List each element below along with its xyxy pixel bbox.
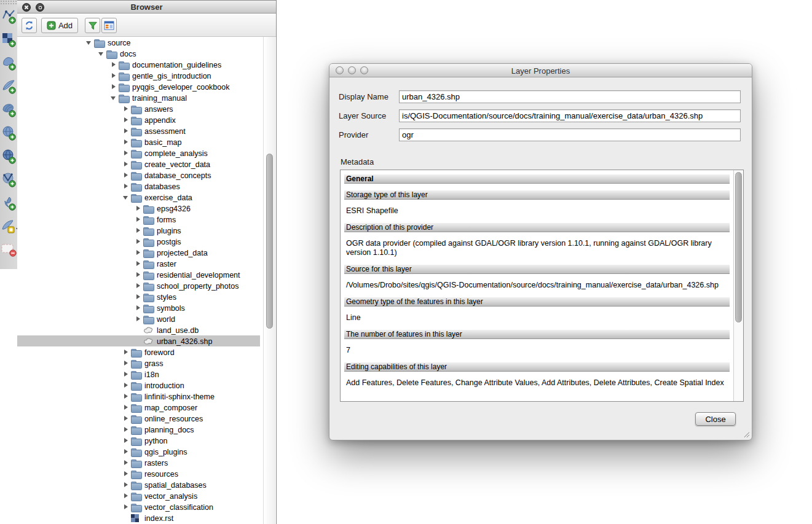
add-wcs-layer-icon[interactable] xyxy=(1,149,17,165)
expander-collapsed-icon[interactable] xyxy=(133,203,143,213)
tree-scrollbar-thumb[interactable] xyxy=(266,154,273,329)
tree-item-databases[interactable]: databases xyxy=(17,181,260,192)
expander-collapsed-icon[interactable] xyxy=(121,148,131,158)
tree-item-appendix[interactable]: appendix xyxy=(17,114,260,125)
tree-item-docs[interactable]: docs xyxy=(17,48,260,59)
tree-item-basic-map[interactable]: basic_map xyxy=(17,136,260,147)
expander-collapsed-icon[interactable] xyxy=(121,469,131,479)
add-vector-layer-icon[interactable] xyxy=(1,9,17,25)
tree-item-source[interactable]: source xyxy=(17,37,260,48)
tree-item-residential-development[interactable]: residential_development xyxy=(17,269,260,280)
expander-collapsed-icon[interactable] xyxy=(133,248,143,257)
expander-collapsed-icon[interactable] xyxy=(133,270,143,280)
close-button[interactable]: Close xyxy=(695,412,736,426)
add-button[interactable]: Add xyxy=(41,18,78,33)
expander-collapsed-icon[interactable] xyxy=(121,458,131,467)
tree-item-assessment[interactable]: assessment xyxy=(17,125,260,136)
add-delimited-text-layer-icon[interactable] xyxy=(1,195,17,211)
tree-item-urban-4326-shp[interactable]: urban_4326.shp xyxy=(17,335,260,346)
tree-scrollbar[interactable] xyxy=(263,37,275,524)
metadata-scrollbar[interactable] xyxy=(733,170,743,401)
tree-item-i18n[interactable]: i18n xyxy=(17,369,260,380)
expander-collapsed-icon[interactable] xyxy=(121,104,131,114)
tree-item-python[interactable]: python xyxy=(17,435,260,446)
tree-item-world[interactable]: world xyxy=(17,313,260,324)
tree-item-epsg4326[interactable]: epsg4326 xyxy=(17,203,260,214)
tree-item-school-property-photos[interactable]: school_property_photos xyxy=(17,280,260,291)
expander-collapsed-icon[interactable] xyxy=(121,491,131,501)
tree-item-documentation-guidelines[interactable]: documentation_guidelines xyxy=(17,59,260,70)
expander-collapsed-icon[interactable] xyxy=(121,447,131,456)
expander-collapsed-icon[interactable] xyxy=(121,181,131,191)
provider-input[interactable] xyxy=(399,128,741,141)
add-postgis-layer-icon[interactable] xyxy=(1,55,17,71)
expander-collapsed-icon[interactable] xyxy=(133,314,143,324)
expander-collapsed-icon[interactable] xyxy=(133,225,143,235)
tree-item-create-vector-data[interactable]: create_vector_data xyxy=(17,158,260,170)
tree-item-styles[interactable]: styles xyxy=(17,291,260,302)
expander-collapsed-icon[interactable] xyxy=(121,413,131,423)
tree-item-pyqgis-developer-cookbook[interactable]: pyqgis_developer_cookbook xyxy=(17,81,260,92)
tree-item-gentle-gis-introduction[interactable]: gentle_gis_introduction xyxy=(17,70,260,81)
expander-collapsed-icon[interactable] xyxy=(121,502,131,512)
expander-collapsed-icon[interactable] xyxy=(121,170,131,180)
add-mssql-layer-icon[interactable] xyxy=(1,102,17,118)
tree-item-database-concepts[interactable]: database_concepts xyxy=(17,170,260,181)
tree-item-foreword[interactable]: foreword xyxy=(17,346,260,358)
tree-item-rasters[interactable]: rasters xyxy=(17,457,260,468)
expander-collapsed-icon[interactable] xyxy=(121,380,131,390)
tree-item-map-composer[interactable]: map_composer xyxy=(17,402,260,413)
add-raster-layer-icon[interactable] xyxy=(1,32,17,48)
expander-collapsed-icon[interactable] xyxy=(109,60,119,69)
tree-item-grass[interactable]: grass xyxy=(17,358,260,369)
expander-collapsed-icon[interactable] xyxy=(121,358,131,368)
tree-item-answers[interactable]: answers xyxy=(17,103,260,114)
tree-item-postgis[interactable]: postgis xyxy=(17,236,260,247)
tree-item-introduction[interactable]: introduction xyxy=(17,380,260,391)
expander-collapsed-icon[interactable] xyxy=(109,71,119,80)
expander-collapsed-icon[interactable] xyxy=(133,281,143,291)
add-spatialite-layer-icon[interactable] xyxy=(1,79,17,95)
tree-item-spatial-databases[interactable]: spatial_databases xyxy=(17,479,260,490)
tree-item-projected-data[interactable]: projected_data xyxy=(17,247,260,258)
expander-collapsed-icon[interactable] xyxy=(121,436,131,445)
tree-item-symbols[interactable]: symbols xyxy=(17,302,260,313)
expander-collapsed-icon[interactable] xyxy=(121,115,131,125)
expander-collapsed-icon[interactable] xyxy=(133,237,143,246)
add-wfs-layer-icon[interactable] xyxy=(1,172,17,188)
layer-source-input[interactable] xyxy=(399,109,741,122)
expander-collapsed-icon[interactable] xyxy=(133,303,143,313)
tree-item-raster[interactable]: raster xyxy=(17,258,260,269)
expander-expanded-icon[interactable] xyxy=(97,49,106,58)
tree-item-linfiniti-sphinx-theme[interactable]: linfiniti-sphinx-theme xyxy=(17,391,260,402)
new-shapefile-layer-icon[interactable] xyxy=(1,219,17,235)
properties-widget-button[interactable] xyxy=(101,18,117,33)
display-name-input[interactable] xyxy=(399,90,741,103)
expander-expanded-icon[interactable] xyxy=(84,37,94,47)
expander-collapsed-icon[interactable] xyxy=(109,82,119,92)
tree-item-complete-analysis[interactable]: complete_analysis xyxy=(17,147,260,158)
tree-item-plugins[interactable]: plugins xyxy=(17,225,260,236)
tree-item-index-rst[interactable]: index.rst xyxy=(17,512,260,523)
refresh-button[interactable] xyxy=(22,18,37,33)
expander-collapsed-icon[interactable] xyxy=(133,292,143,302)
expander-collapsed-icon[interactable] xyxy=(133,214,143,224)
expander-expanded-icon[interactable] xyxy=(121,192,131,202)
expander-collapsed-icon[interactable] xyxy=(121,391,131,401)
tree-item-resources[interactable]: resources xyxy=(17,468,260,479)
remove-layer-icon[interactable] xyxy=(1,242,17,258)
expander-collapsed-icon[interactable] xyxy=(121,137,131,147)
expander-collapsed-icon[interactable] xyxy=(121,159,131,169)
tree-item-forms[interactable]: forms xyxy=(17,214,260,225)
tree-item-online-resources[interactable]: online_resources xyxy=(17,413,260,424)
filter-button[interactable] xyxy=(85,18,100,33)
expander-collapsed-icon[interactable] xyxy=(121,402,131,412)
tree-item-qgis-plugins[interactable]: qgis_plugins xyxy=(17,446,260,457)
expander-collapsed-icon[interactable] xyxy=(121,347,131,357)
tree-item-planning-docs[interactable]: planning_docs xyxy=(17,424,260,435)
tree-item-vector-classification[interactable]: vector_classification xyxy=(17,501,260,512)
metadata-scrollbar-thumb[interactable] xyxy=(735,172,742,323)
expander-expanded-icon[interactable] xyxy=(109,93,119,103)
expander-collapsed-icon[interactable] xyxy=(133,259,143,268)
add-wms-layer-icon[interactable] xyxy=(1,125,17,141)
